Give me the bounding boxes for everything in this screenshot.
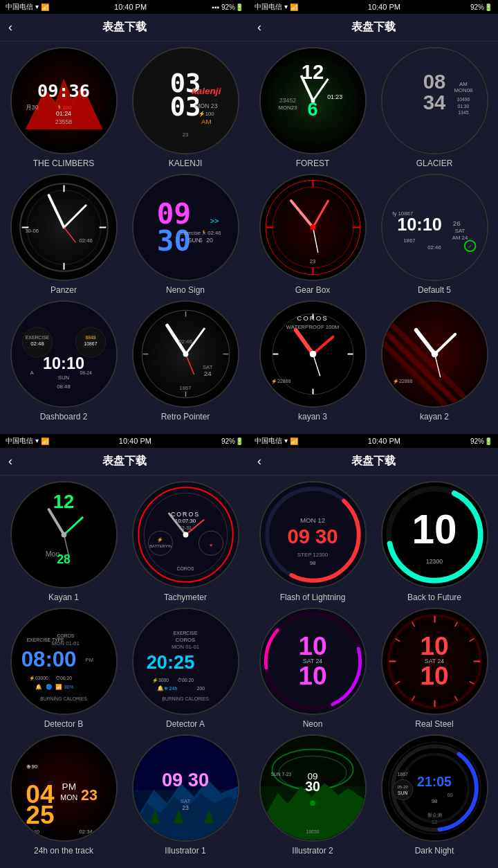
page-title-tl: 表盘下载 [102,20,147,35]
watch-label-retro: Retro Pointer [161,412,210,422]
svg-text:12300: 12300 [425,558,442,565]
quadrant-bottom-right: 中国电信 ▾ 📶 10:40 PM 92%🔋 ‹ 表盘下载 MON 12 09 [249,434,498,868]
svg-text:23: 23 [182,804,189,811]
nav-bar-tl: ‹ 表盘下载 [0,14,249,42]
svg-text:23: 23 [81,787,98,804]
svg-text:⚡3000: ⚡3000 [151,677,168,683]
watch-face-neon: 10 SAT 24 10 [259,608,367,715]
svg-text:24: 24 [203,370,211,377]
svg-text:09:36: 09:36 [37,80,89,101]
svg-point-234 [310,801,315,806]
watch-item-retro[interactable]: 02:46 1867 SAT 24 Retro Pointer [127,300,243,422]
watch-item-detectorb[interactable]: EXERCISE TYPE COROS MON 01-01 08:00 PM ⚡… [6,608,122,729]
watch-label-neno-sign: Neno Sign [166,285,205,295]
svg-text:26: 26 [452,219,460,227]
svg-point-60 [183,352,188,357]
watch-item-detectora[interactable]: EXERCISE COROS MON 01-01 20:25 ⚡3000 ⏱00… [127,608,243,729]
svg-text:01:23: 01:23 [327,93,342,100]
carrier-bl: 中国电信 ▾ [6,436,39,446]
svg-text:COROS: COROS [175,637,195,643]
svg-text:PM: PM [62,781,75,792]
watch-face-detectora: EXERCISE COROS MON 01-01 20:25 ⚡3000 ⏱00… [132,608,239,715]
watch-item-illustrator2[interactable]: 09 30 SUN 7-23 18650 Illustrator 2 [255,734,371,856]
watch-face-illustrator1: 09 30 SAT 23 [132,734,239,842]
svg-point-92 [310,225,315,230]
svg-text:12: 12 [431,819,437,825]
page-title-tr: 表盘下载 [351,20,396,35]
time-br: 10:40 PM [368,437,400,445]
watch-label-detectorb: Detector B [44,719,84,729]
svg-text:10867: 10867 [84,341,97,346]
svg-text:✓: ✓ [468,244,472,250]
quadrant-bottom-left: 中国电信 ▾ 📶 10:40 PM 92%🔋 ‹ 表盘下载 12 [0,434,249,868]
watch-grid-tr: 12 23452 MON23 01:23 6 FOREST [249,42,498,427]
watch-item-tachymeter[interactable]: COROS 10:07:30 12-31 ⚡ BATTERY% ♥ COR [127,481,243,602]
watch-item-kayan3[interactable]: COROS WATERPROOF 100M ⚡22888 [255,300,371,422]
nav-bar-bl: ‹ 表盘下载 [0,448,249,476]
svg-text:MON: MON [60,793,77,802]
svg-text:⏱00:20: ⏱00:20 [177,678,194,682]
svg-text:A: A [30,370,34,376]
watch-label-kayan2: kayan 2 [420,412,449,422]
watch-item-realsteel[interactable]: 10 SAT 24 10 Real Steel [376,608,492,729]
svg-point-147 [183,532,188,538]
svg-text:23: 23 [182,132,188,138]
signal-icon-tl: ▪▪▪ [212,3,219,11]
watch-face-kayan1: 12 Mon 28 [10,481,118,588]
back-button-br[interactable]: ‹ [257,454,261,469]
watch-item-dashboard2[interactable]: EXERCISE 02:48 8848 10867 10:10 A SUN 08… [6,300,122,422]
svg-text:COROS: COROS [171,511,200,518]
watch-item-glacier[interactable]: 08 34 AM MON08 10496 01:30 1345 GLACIER [376,47,492,168]
svg-text:23558: 23558 [55,118,71,125]
watch-item-backtofuture[interactable]: 10 12300 Back to Future [376,481,492,602]
svg-text:⚡: ⚡ [157,536,163,543]
watch-item-kalenji[interactable]: 03 03 kalenji MON 23 ⚡100 AM 23 KALENJI [127,47,243,168]
status-bar-bl: 中国电信 ▾ 📶 10:40 PM 92%🔋 [0,434,249,448]
svg-text:20: 20 [206,237,213,244]
svg-text:6: 6 [199,237,202,244]
svg-text:10:07:30: 10:07:30 [174,518,196,524]
watch-label-illustrator2: Illustrator 2 [292,846,333,856]
svg-text:BURNING CALORIES: BURNING CALORIES [162,696,209,701]
wifi-icon-br: 📶 [290,437,298,445]
svg-text:COROS: COROS [57,633,74,638]
svg-text:>>: >> [210,217,219,225]
watch-face-darknight: 1867 05-20 SUN 21:05 00 98 新众测 12 [381,734,488,842]
back-button-bl[interactable]: ‹ [8,454,12,469]
watch-face-forest: 12 23452 MON23 01:23 6 [259,47,367,154]
svg-text:02:48: 02:48 [30,341,44,347]
watch-label-neon: Neon [303,719,323,729]
back-button-tr[interactable]: ‹ [257,20,261,35]
svg-text:80%: 80% [64,685,74,689]
svg-text:30-06: 30-06 [25,228,39,234]
svg-text:09 30: 09 30 [161,769,208,790]
watch-item-darknight[interactable]: 1867 05-20 SUN 21:05 00 98 新众测 12 Dark N… [376,734,492,856]
watch-item-neno-sign[interactable]: 09 30 >> exercise🏃02:46 SUN 6 20 Neno Si… [127,174,243,295]
svg-text:BATTERY%: BATTERY% [149,544,172,548]
svg-text:❄ 24h: ❄ 24h [163,686,176,691]
watch-item-gearbox[interactable]: 23 Gear Box [255,174,371,295]
watch-face-kayan3: COROS WATERPROOF 100M ⚡22888 [259,300,367,408]
watch-face-climbers: 09:36 月30 🏃100 01:24 23558 [10,47,118,154]
svg-text:10:10: 10:10 [397,215,442,234]
watch-item-default5[interactable]: fy 10867 10:10 26 SAT AM 24 1867 02:46 ✓… [376,174,492,295]
svg-text:1867: 1867 [403,237,415,244]
svg-text:⚡22888: ⚡22888 [393,378,412,384]
svg-text:MON 23: MON 23 [194,102,217,109]
watch-item-flash[interactable]: MON 12 09 30 STEP 12300 98 Flash of Ligh… [255,481,371,602]
watch-item-24h[interactable]: ⊕90 04 PM MON 23 25 21340 02:34 24h on t… [6,734,122,856]
back-button-tl[interactable]: ‹ [8,20,12,35]
watch-grid-tl: 09:36 月30 🏃100 01:24 23558 THE CLIMBERS … [0,42,249,427]
svg-text:10: 10 [298,631,326,660]
svg-text:01:24: 01:24 [56,110,71,117]
watch-label-24h: 24h on the track [34,846,93,856]
watch-item-panzer[interactable]: 30-06 02:46 Panzer [6,174,122,295]
battery-bl: 92%🔋 [221,437,243,445]
watch-item-neon[interactable]: 10 SAT 24 10 Neon [255,608,371,729]
watch-item-forest[interactable]: 12 23452 MON23 01:23 6 FOREST [255,47,371,168]
watch-item-kayan1[interactable]: 12 Mon 28 Kayan 1 [6,481,122,602]
watch-item-kayan2[interactable]: ⚡22888 kayan 2 [376,300,492,422]
watch-item-climbers[interactable]: 09:36 月30 🏃100 01:24 23558 THE CLIMBERS [6,47,122,168]
watch-item-illustrator1[interactable]: 09 30 SAT 23 Illustrator 1 [127,734,243,856]
watch-face-tachymeter: COROS 10:07:30 12-31 ⚡ BATTERY% ♥ COR [132,481,239,588]
